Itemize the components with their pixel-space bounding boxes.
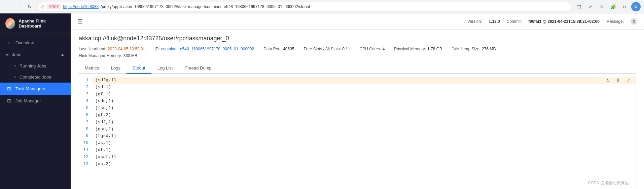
jvm-label: JVM Heap Size: (452, 47, 480, 51)
sidebar-item-completed-jobs[interactable]: ○ Completed Jobs (0, 72, 71, 83)
line-number-9: 9 (83, 133, 88, 140)
completed-jobs-icon: ○ (13, 75, 16, 80)
bookmark-button[interactable]: ☆ (597, 2, 606, 11)
expand-button[interactable]: ⤢ (624, 76, 632, 84)
flink-logo-icon: F (5, 18, 15, 29)
sidebar-nav: ○ Overview ≡ Jobs ▲ ○ Running Jobs ○ (0, 34, 71, 189)
code-content: 12345678910111213 (sdfg,1)(sd,1)(gf,1)(s… (79, 74, 636, 170)
settings-button[interactable]: ⠿ (620, 2, 629, 11)
app-container: F Apache Flink Dashboard ○ Overview ≡ Jo… (0, 13, 644, 189)
tab-metrics[interactable]: Metrics (79, 63, 105, 74)
jobs-chevron-icon: ▲ (60, 52, 65, 57)
cpu-item: CPU Cores: 4 (360, 47, 385, 51)
id-value: container_e548_1680661997178_0005_01_000… (161, 47, 254, 51)
sidebar-item-overview[interactable]: ○ Overview (0, 37, 71, 49)
hamburger-icon[interactable]: ☰ (77, 18, 83, 25)
reload-button[interactable]: ↻ (25, 2, 34, 11)
tab-log-list[interactable]: Log List (151, 63, 179, 74)
task-managers-icon: ⊞ (6, 86, 12, 91)
page-title: akka.tcp://flink@node12:33725/user/rpc/t… (79, 35, 636, 42)
tab-stdout[interactable]: Stdout (127, 63, 151, 74)
url-highlight: https://node10:8088 (63, 4, 99, 9)
slots-label: Free Slots / All Slots: (304, 47, 341, 51)
sidebar-item-label-overview: Overview (15, 40, 34, 45)
line-number-11: 11 (83, 147, 88, 154)
code-line-3: (gf,1) (93, 91, 636, 98)
code-lines: (sdfg,1)(sd,1)(gf,1)(sdg,1)(fsd,1)(gf,2)… (93, 74, 636, 170)
id-label: ID: (155, 47, 160, 51)
code-toolbar: ↻ ⬇ ⤢ (604, 76, 632, 84)
line-number-6: 6 (83, 112, 88, 119)
jvm-item: JVM Heap Size: 276 MB (452, 47, 496, 51)
sidebar-group-jobs: ≡ Jobs ▲ ○ Running Jobs ○ Completed Jobs (0, 49, 71, 83)
info-row-2: Flink Managed Memory: 333 MB (79, 53, 636, 58)
share-button[interactable]: ↗ (585, 2, 595, 11)
flink-memory-label: Flink Managed Memory: (79, 53, 122, 58)
code-line-12: (asdf,1) (93, 154, 636, 161)
commit-label: Commit: (507, 19, 522, 24)
code-line-4: (sdg,1) (93, 98, 636, 105)
sidebar-title: Apache Flink Dashboard (19, 18, 65, 29)
address-bar[interactable]: ⚠ 不安全 https://node10:8088 /proxy/applica… (37, 2, 571, 11)
url-rest: /proxy/application_1680661997178_0005/#/… (101, 4, 310, 9)
flink-memory-value: 333 MB (123, 53, 137, 58)
tab-logs[interactable]: Logs (105, 63, 127, 74)
heartbeat-item: Last Heartbeat: 2023-04-05 10:58:01 (79, 47, 145, 51)
sidebar-item-job-manager[interactable]: ⊞ Job Manager (0, 95, 71, 107)
running-jobs-icon: ○ (13, 63, 16, 68)
line-number-2: 2 (83, 84, 88, 91)
line-number-3: 3 (83, 91, 88, 98)
back-button[interactable]: ← (3, 2, 13, 11)
commit-value: f06faf1 @ 2021-04-23T15:39:21+02:00 (528, 19, 600, 24)
sidebar-item-jobs[interactable]: ≡ Jobs ▲ (0, 49, 71, 60)
id-item: ID: container_e548_1680661997178_0005_01… (155, 47, 254, 51)
download-button[interactable]: ⬇ (614, 76, 622, 84)
code-line-11: (df,1) (93, 147, 636, 154)
line-numbers: 12345678910111213 (79, 74, 93, 170)
dataport-item: Data Port: 40635 (263, 47, 294, 51)
sidebar-item-label-running-jobs: Running Jobs (20, 63, 46, 68)
line-number-12: 12 (83, 154, 88, 161)
screenshot-button[interactable]: ⬚ (574, 2, 583, 11)
sidebar-item-label-job-manager: Job Manager (15, 98, 41, 103)
sidebar: F Apache Flink Dashboard ○ Overview ≡ Jo… (0, 13, 71, 189)
message-count-badge: 0 (631, 18, 637, 25)
content-body: akka.tcp://flink@node12:33725/user/rpc/t… (71, 30, 644, 189)
sidebar-item-task-managers[interactable]: ⊞ Task Managers (0, 83, 71, 95)
code-line-10: (as,1) (93, 140, 636, 147)
code-line-7: (sdf,1) (93, 119, 636, 126)
extension-button[interactable]: 🧩 (608, 2, 618, 11)
code-line-8: (gsd,1) (93, 126, 636, 133)
line-number-4: 4 (83, 98, 88, 105)
line-number-1: 1 (83, 77, 88, 84)
memory-value: 1.78 GB (427, 47, 442, 51)
sidebar-item-running-jobs[interactable]: ○ Running Jobs (0, 60, 71, 72)
version-value: 1.13.0 (489, 19, 500, 24)
code-line-13: (as,2) (93, 161, 636, 168)
code-area[interactable]: ↻ ⬇ ⤢ 12345678910111213 (sdfg,1)(sd,1)(g… (79, 74, 636, 189)
jobs-icon: ≡ (6, 52, 9, 57)
sidebar-item-label-completed-jobs: Completed Jobs (20, 75, 51, 80)
slots-value: 0 / 1 (342, 47, 350, 51)
heartbeat-value: 2023-04-05 10:58:01 (108, 47, 145, 51)
user-avatar[interactable]: U (631, 2, 641, 11)
code-line-2: (sd,1) (93, 84, 636, 91)
forward-button[interactable]: → (14, 2, 24, 11)
version-label: Version: (467, 19, 482, 24)
tabs: Metrics Logs Stdout Log List Thread Dump (79, 63, 636, 74)
code-line-6: (gf,2) (93, 112, 636, 119)
browser-actions: ⬚ ↗ ☆ 🧩 ⠿ U (574, 2, 641, 11)
line-number-5: 5 (83, 105, 88, 112)
sidebar-logo: F Apache Flink Dashboard (0, 13, 71, 34)
refresh-button[interactable]: ↻ (604, 76, 612, 84)
watermark: CSDN @懒情の天真热 (588, 180, 629, 186)
tab-thread-dump[interactable]: Thread Dump (179, 63, 217, 74)
sidebar-item-label-task-managers: Task Managers (15, 86, 45, 91)
sidebar-item-label-jobs: Jobs (12, 52, 21, 57)
top-bar-right: Version: 1.13.0 Commit: f06faf1 @ 2021-0… (467, 18, 637, 25)
dataport-label: Data Port: (263, 47, 282, 51)
info-row-1: Last Heartbeat: 2023-04-05 10:58:01 ID: … (79, 47, 636, 51)
memory-label: Physical Memory: (394, 47, 426, 51)
slots-item: Free Slots / All Slots: 0 / 1 (304, 47, 350, 51)
nav-buttons: ← → ↻ (3, 2, 34, 11)
